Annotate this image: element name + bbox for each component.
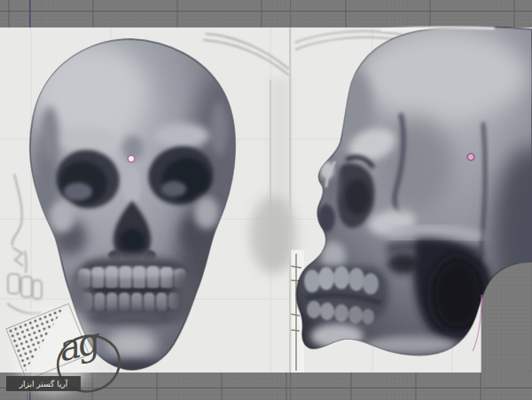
side-teeth — [303, 266, 388, 325]
vertex-marker-side[interactable] — [467, 153, 474, 161]
watermark-company-bar: آریا گستر ابزار — [6, 376, 81, 391]
vertex-marker-front[interactable] — [128, 155, 135, 162]
panel-divider — [289, 0, 291, 400]
watermark-company-text: آریا گستر ابزار — [19, 379, 68, 388]
grid-band-top — [0, 0, 532, 27]
sculpting-app-screenshot: ag آریا گستر ابزار — [0, 0, 532, 400]
axis-line-top — [29, 0, 31, 27]
viewport-canvas: ag آریا گستر ابزار — [0, 0, 532, 400]
